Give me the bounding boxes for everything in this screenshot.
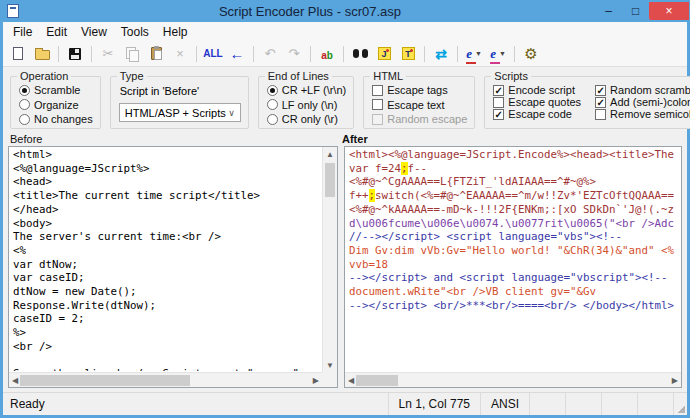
scroll-down-icon[interactable]: ▼ [326,358,334,372]
radio-cr-lf-r-n[interactable]: CR +LF (\r\n) [267,84,346,96]
status-cell [637,393,673,415]
menu-tools[interactable]: Tools [114,23,156,41]
scroll-right-icon[interactable]: ▶ [313,373,319,387]
check-control[interactable] [595,109,606,120]
option-label: Escape text [387,99,444,111]
encoding-indicator: ANSI [480,393,529,415]
code-line: <html> [13,148,321,162]
resize-grip[interactable] [673,393,687,415]
option-label: Add (semi-)colons [610,96,690,108]
scroll-right-icon[interactable]: ▶ [672,373,678,387]
encoder-dropdown-1[interactable]: e▼ [463,43,485,64]
menu-edit[interactable]: Edit [39,23,74,41]
operation-group: Operation ScrambleOrganizeNo changes [10,76,101,129]
radio-control[interactable] [19,99,30,110]
radio-control[interactable] [19,114,30,125]
titlebar: Script Encoder Plus - scr07.asp – □ × [0,0,690,22]
encoder-icon: e [466,46,472,62]
scroll-thumb[interactable] [325,163,335,197]
check-escape-tags[interactable]: Escape tags [372,84,467,96]
radio-control[interactable] [267,85,278,96]
type-dropdown[interactable]: HTML/ASP + Scripts ∨ [119,103,241,122]
code-line: </head> [13,203,321,217]
radio-control[interactable] [267,99,278,110]
scroll-track[interactable] [323,161,337,358]
new-button[interactable] [7,43,29,64]
menu-help[interactable]: Help [156,23,195,41]
check-control[interactable] [372,85,383,96]
after-pane-label: After [342,133,368,145]
check-encode-script[interactable]: ✓Encode script [493,84,581,96]
radio-organize[interactable]: Organize [19,99,93,111]
settings-button[interactable]: ⚙ [520,43,542,64]
check-escape-quotes[interactable]: Escape quotes [493,96,581,108]
check-control[interactable]: ✓ [493,85,504,96]
check-remove-semicolons[interactable]: Remove semicolons [595,108,690,120]
group-title: Operation [17,70,71,82]
scroll-left-icon[interactable]: ◀ [348,373,354,387]
option-label: Encode script [508,84,575,96]
scroll-thumb[interactable] [356,375,398,386]
code-line [13,354,321,368]
scroll-thumb[interactable] [20,375,190,386]
replace-button[interactable]: ab [316,43,338,64]
after-code-area[interactable]: <html><%@language=JScript.Encode%><head>… [349,148,678,371]
before-vertical-scrollbar[interactable]: ▲ ▼ [322,147,337,372]
select-all-button[interactable]: ALL [202,43,224,64]
status-bar: Ready Ln 1, Col 775 ANSI [3,392,687,415]
save-icon [69,48,81,60]
binoculars-icon [353,49,368,58]
menu-file[interactable]: File [6,23,39,41]
code-line: Some other line<br /> <Script runat="ser… [13,367,321,371]
encoder-dropdown-2[interactable]: e▼ [487,43,509,64]
back-button[interactable]: ← [226,43,248,64]
toolbar-separator [457,46,458,62]
menu-view[interactable]: View [74,23,114,41]
before-code-area[interactable]: <html><%@language=JScript%><head><title>… [13,148,321,371]
maximize-button[interactable]: □ [622,2,649,20]
check-control[interactable]: ✓ [493,109,504,120]
check-control[interactable]: ✓ [595,97,606,108]
check-random-scramble[interactable]: ✓Random scramble [595,84,690,96]
cut-button: ✂ [97,43,119,64]
redo-icon: ↷ [289,47,300,60]
group-title: HTML [370,70,406,82]
swap-panes-button[interactable]: ⇄ [430,43,452,64]
open-button[interactable] [31,43,53,64]
toolbar: ✂ × ALL ← ↶ ↷ ab J T ⇄ e▼ e▼ ⚙ [3,41,687,67]
radio-no-changes[interactable]: No changes [19,113,93,125]
cut-icon: ✂ [103,47,114,60]
scroll-left-icon[interactable]: ◀ [12,373,18,387]
check-control[interactable] [493,97,504,108]
code-line: <html><%@language=JScript.Encode%><head>… [349,148,678,162]
window-title: Script Encoder Plus - scr07.asp [25,4,595,19]
close-button[interactable]: × [649,2,689,20]
select-all-icon: ALL [203,48,222,59]
minimize-button[interactable]: – [595,2,622,20]
code-line: d\u006fcume\u006e\u0074.\u0077rit\u0065(… [349,217,678,231]
option-label: Escape code [508,108,572,120]
after-horizontal-scrollbar[interactable]: ◀ ▶ [345,372,681,387]
scroll-up-icon[interactable]: ▲ [326,147,334,161]
before-horizontal-scrollbar[interactable]: ◀ ▶ [9,372,322,387]
radio-lf-only-n[interactable]: LF only (\n) [267,99,346,111]
operation-options: ScrambleOrganizeNo changes [19,84,93,125]
type-group: Type Script in 'Before' HTML/ASP + Scrip… [110,76,249,129]
js-encode-button[interactable]: J [373,43,395,64]
radio-scramble[interactable]: Scramble [19,84,93,96]
check-add-semi-colons[interactable]: ✓Add (semi-)colons [595,96,690,108]
radio-cr-only-r[interactable]: CR only (\r) [267,113,346,125]
radio-control[interactable] [267,114,278,125]
scrollbar-corner [322,372,337,387]
vb-encode-button[interactable]: T [397,43,419,64]
check-control[interactable]: ✓ [595,85,606,96]
check-escape-text[interactable]: Escape text [372,99,467,111]
find-button[interactable] [349,43,371,64]
check-escape-code[interactable]: ✓Escape code [493,108,581,120]
option-label: Random escape [387,113,467,125]
check-control[interactable] [372,99,383,110]
save-button[interactable] [64,43,86,64]
paste-button[interactable] [145,43,167,64]
radio-control[interactable] [19,85,30,96]
option-label: Escape tags [387,84,448,96]
